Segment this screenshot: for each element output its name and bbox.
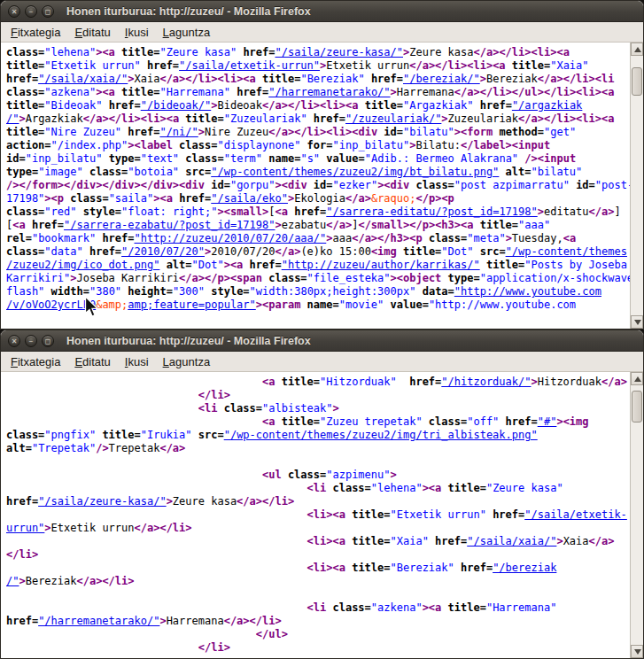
syntax-tag bbox=[76, 205, 82, 218]
titlebar[interactable]: ✕ − ◻ Honen iturburua: http://zuzeu/ - M… bbox=[1, 1, 643, 22]
menu-laguntza[interactable]: Laguntza bbox=[157, 353, 217, 370]
source-link[interactable]: "/wp-content/themes/zuzeu2/img/tri_albis… bbox=[224, 429, 538, 441]
source-link[interactable]: amp;feature=popular" bbox=[128, 298, 256, 311]
source-link[interactable]: "/bereziak bbox=[493, 562, 556, 574]
syntax-value: "Zeure kasa" bbox=[486, 482, 563, 494]
source-link[interactable]: "/saila/eko" bbox=[211, 192, 288, 205]
scroll-up-icon[interactable] bbox=[631, 372, 643, 385]
scroll-down-icon[interactable] bbox=[631, 645, 643, 658]
syntax-value: "azpimenu" bbox=[326, 469, 390, 481]
source-line: <ul class="azpimenu"> bbox=[6, 469, 630, 482]
syntax-value: "post azpimarratu" bbox=[454, 179, 570, 191]
syntax-value: "Nire Zuzeu" bbox=[44, 126, 121, 138]
syntax-attr: title= bbox=[352, 535, 390, 547]
syntax-value: "float: right;" bbox=[121, 205, 217, 218]
source-link[interactable]: "/saila/etxetik- bbox=[524, 508, 627, 521]
syntax-tag: </label> bbox=[461, 139, 512, 151]
source-link[interactable]: "/saila/zeure-kasa/" bbox=[38, 495, 167, 508]
source-line: class="red" style="float: right;"><small… bbox=[6, 205, 630, 219]
source-link[interactable]: "http://www.youtube.com bbox=[454, 285, 601, 298]
source-link[interactable]: "/sarrera-ezabatu/?post_id=17198" bbox=[64, 219, 275, 231]
syntax-tag: </li> bbox=[288, 99, 320, 112]
mouse-cursor bbox=[84, 296, 102, 319]
syntax-attr: title= bbox=[121, 86, 159, 98]
source-link[interactable]: "/saila/zeure-kasa/" bbox=[275, 46, 404, 58]
vertical-scrollbar[interactable] bbox=[630, 43, 643, 329]
syntax-attr: class= bbox=[332, 482, 370, 494]
source-link[interactable]: "/harremanetarako/" bbox=[38, 615, 159, 627]
source-code[interactable]: <a title="Hitzorduak" href="/hitzorduak/… bbox=[1, 372, 630, 658]
source-link[interactable]: "/bereziak/" bbox=[403, 73, 480, 85]
minimize-button[interactable]: − bbox=[25, 5, 37, 18]
syntax-text: Bereziak bbox=[26, 575, 77, 587]
menu-editatu[interactable]: Editatu bbox=[68, 353, 116, 370]
syntax-tag: <small> bbox=[224, 205, 269, 218]
maximize-button[interactable]: ◻ bbox=[42, 5, 54, 18]
syntax-tag: > bbox=[441, 112, 447, 125]
menu-fitxategia[interactable]: Fitxategia bbox=[4, 353, 66, 370]
syntax-tag: </ul> bbox=[512, 86, 544, 98]
source-link[interactable]: "/sarrera-editatu/?post_id=17198" bbox=[326, 205, 537, 218]
syntax-tag: > bbox=[275, 219, 281, 231]
source-link[interactable]: "/bideoak/" bbox=[141, 99, 211, 112]
desktop: ✕ − ◻ Honen iturburua: http://zuzeu/ - M… bbox=[0, 0, 644, 659]
titlebar[interactable]: ✕ − ◻ Honen iturburua: http://zuzeu/ - M… bbox=[1, 330, 643, 352]
syntax-tag: > bbox=[256, 298, 262, 311]
syntax-tag: </div> bbox=[64, 179, 102, 191]
syntax-attr: title= bbox=[121, 46, 159, 58]
syntax-tag: <a bbox=[429, 482, 448, 494]
syntax-value: "Bereziak" bbox=[300, 73, 364, 85]
syntax-text: Zeure kasa bbox=[409, 46, 473, 58]
menu-ikusi[interactable]: Ikusi bbox=[119, 353, 155, 370]
window-title: Honen iturburua: http://zuzeu/ - Mozilla… bbox=[66, 335, 311, 347]
scroll-up-icon[interactable] bbox=[631, 43, 643, 56]
menu-editatu[interactable]: Editatu bbox=[68, 24, 116, 41]
source-link[interactable]: "/saila/etxetik-urrun" bbox=[179, 59, 320, 72]
syntax-tag bbox=[365, 73, 371, 85]
source-link[interactable]: "/wp-content/themes bbox=[506, 245, 627, 258]
source-link[interactable]: "/argazkiak bbox=[512, 99, 582, 112]
source-link[interactable]: /" bbox=[6, 575, 19, 587]
syntax-tag: </a> bbox=[179, 272, 205, 284]
syntax-value: "text" bbox=[141, 152, 179, 165]
syntax-attr: class= bbox=[429, 232, 467, 244]
menu-laguntza[interactable]: Laguntza bbox=[157, 24, 217, 41]
syntax-attr: style= bbox=[211, 285, 249, 298]
source-link[interactable]: "/saila/xaia/" bbox=[38, 73, 128, 85]
syntax-tag bbox=[384, 298, 390, 311]
source-link[interactable]: "/harremanetarako/" bbox=[268, 86, 390, 98]
close-button[interactable]: ✕ bbox=[8, 5, 20, 18]
source-link[interactable]: "/saila/xaia/" bbox=[467, 535, 556, 547]
close-button[interactable]: ✕ bbox=[8, 335, 20, 347]
maximize-button[interactable]: ◻ bbox=[42, 335, 54, 347]
scroll-down-icon[interactable] bbox=[631, 315, 643, 329]
scrollbar-thumb[interactable] bbox=[632, 67, 642, 96]
source-link[interactable]: urrun" bbox=[6, 522, 44, 534]
syntax-tag: > bbox=[531, 376, 537, 388]
source-link[interactable]: /zuzeu2/img/ico_dot.png" bbox=[6, 259, 159, 271]
syntax-tag: </a> bbox=[268, 126, 294, 138]
source-link[interactable]: "/hitzorduak/" bbox=[441, 376, 531, 388]
vertical-scrollbar[interactable] bbox=[630, 372, 643, 658]
source-link[interactable]: "/ni/" bbox=[159, 126, 198, 138]
syntax-tag: </li> bbox=[294, 126, 326, 138]
source-line: </li> bbox=[6, 548, 630, 562]
source-link[interactable]: "/zuzeulariak/" bbox=[345, 112, 441, 125]
syntax-value: "Irukia" bbox=[141, 429, 192, 441]
source-link[interactable]: /v/oVoO2ycrLE0 bbox=[6, 298, 96, 311]
source-link[interactable]: /" bbox=[6, 112, 19, 125]
source-link[interactable]: "http://zuzeu/author/karrikas/" bbox=[282, 259, 480, 271]
scrollbar-thumb[interactable] bbox=[632, 391, 642, 423]
syntax-attr: href= bbox=[128, 126, 159, 138]
syntax-text: Xaia bbox=[563, 535, 589, 547]
source-link[interactable]: "http://zuzeu/2010/07/20/aaa/" bbox=[135, 232, 327, 244]
menu-fitxategia[interactable]: Fitxategia bbox=[4, 24, 66, 41]
menu-ikusi[interactable]: Ikusi bbox=[119, 24, 155, 41]
source-link[interactable]: "/2010/07/20" bbox=[121, 245, 205, 258]
source-line: alt="Trepetak"/>Trepetak</a> bbox=[6, 442, 630, 455]
source-code[interactable]: class="lehena"><a title="Zeure kasa" hre… bbox=[1, 43, 630, 329]
syntax-text bbox=[6, 601, 307, 614]
source-link[interactable]: "/wp-content/themes/zuzeu2/img/bt_bilatu… bbox=[211, 166, 499, 178]
minimize-button[interactable]: − bbox=[25, 335, 37, 347]
source-link[interactable]: "#" bbox=[538, 415, 557, 428]
